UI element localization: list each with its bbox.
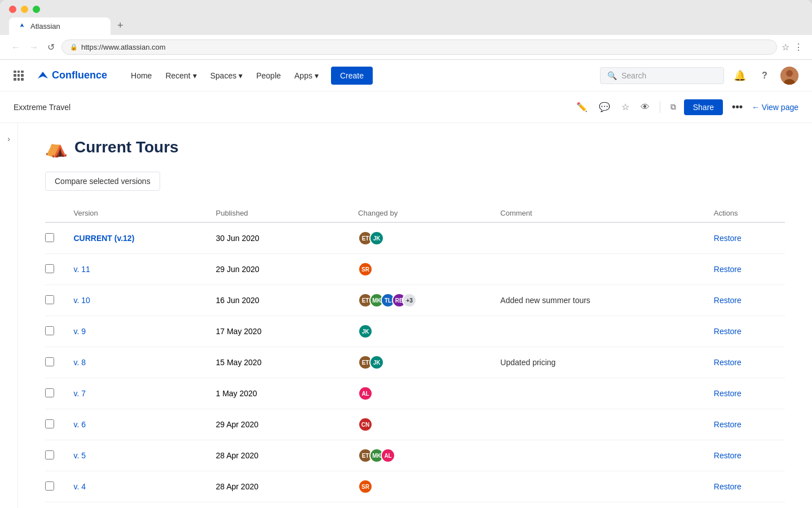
version-link[interactable]: v. 8	[73, 358, 86, 367]
restore-link[interactable]: Restore	[714, 420, 742, 429]
user-avatar[interactable]	[780, 67, 798, 85]
nav-recent[interactable]: Recent ▾	[160, 68, 202, 84]
copy-button[interactable]: ⧉	[667, 99, 679, 115]
comment-cell	[500, 440, 713, 471]
version-link[interactable]: v. 4	[73, 482, 86, 491]
grid-icon[interactable]	[14, 71, 24, 81]
col-header-comment: Comment	[500, 204, 713, 222]
col-header-check	[45, 204, 73, 222]
user-avatar-small[interactable]: JK	[369, 231, 384, 246]
avatars-group: ETJK	[358, 231, 500, 246]
help-button[interactable]: ?	[756, 67, 774, 85]
compare-versions-button[interactable]: Compare selected versions	[45, 172, 160, 191]
browser-window: Atlassian + ← → ↺ 🔒 https://www.atlassia…	[0, 0, 812, 508]
user-avatar-small[interactable]: CN	[358, 417, 373, 432]
search-icon: 🔍	[607, 71, 617, 80]
version-link[interactable]: v. 11	[73, 265, 90, 274]
nav-links: Home Recent ▾ Spaces ▾ People Apps ▾ Cre…	[125, 67, 373, 85]
restore-link[interactable]: Restore	[714, 296, 742, 305]
create-button[interactable]: Create	[331, 67, 373, 85]
published-date: 29 Apr 2020	[216, 409, 358, 440]
user-avatar-small[interactable]: AL	[358, 386, 373, 401]
user-avatar-small[interactable]: SR	[358, 262, 373, 277]
table-row: v. 1129 Jun 2020SRRestore	[45, 254, 785, 285]
page-emoji: ⛺	[45, 137, 68, 158]
search-bar[interactable]: 🔍 Search	[600, 67, 724, 84]
avatars-group: ETMKAL	[358, 448, 500, 463]
row-checkbox[interactable]	[45, 450, 54, 459]
published-date: 29 Jun 2020	[216, 254, 358, 285]
version-link[interactable]: v. 10	[73, 296, 90, 305]
table-row: v. 815 May 2020ETJKUpdated pricingRestor…	[45, 347, 785, 378]
toolbar-actions: ☆ ⋮	[782, 42, 803, 52]
published-date: 30 Jun 2020	[216, 222, 358, 254]
version-link[interactable]: v. 7	[73, 389, 86, 398]
avatars-group: JK	[358, 324, 500, 339]
more-button[interactable]: •••	[727, 99, 747, 115]
copy-icon: ⧉	[670, 102, 676, 112]
breadcrumb: Exxtreme Travel	[14, 103, 70, 112]
nav-home[interactable]: Home	[125, 68, 157, 84]
confluence-logo[interactable]: Confluence	[37, 69, 107, 81]
bookmark-icon[interactable]: ☆	[782, 42, 789, 52]
row-checkbox[interactable]	[45, 264, 54, 273]
nav-apps[interactable]: Apps ▾	[289, 68, 324, 84]
menu-icon[interactable]: ⋮	[794, 42, 803, 52]
restore-link[interactable]: Restore	[714, 265, 742, 274]
user-avatar-small[interactable]: AL	[381, 448, 395, 463]
back-button[interactable]: ←	[9, 40, 23, 55]
restore-link[interactable]: Restore	[714, 234, 742, 243]
edit-button[interactable]: ✏️	[573, 98, 591, 116]
minimize-dot[interactable]	[21, 6, 28, 13]
window-controls	[9, 6, 803, 13]
page-title-text: Current Tours	[74, 138, 179, 156]
published-date: 17 May 2020	[216, 316, 358, 347]
comment-icon: 💬	[599, 102, 610, 112]
active-tab[interactable]: Atlassian	[9, 17, 111, 35]
watch-button[interactable]: 👁	[637, 99, 653, 116]
restore-link[interactable]: Restore	[714, 482, 742, 491]
edit-icon: ✏️	[576, 102, 588, 112]
maximize-dot[interactable]	[33, 6, 40, 13]
reload-button[interactable]: ↺	[45, 40, 57, 55]
row-checkbox[interactable]	[45, 357, 54, 366]
share-button[interactable]: Share	[684, 99, 723, 115]
nav-spaces[interactable]: Spaces ▾	[205, 68, 249, 84]
version-link[interactable]: v. 9	[73, 327, 86, 336]
version-link[interactable]: CURRENT (v.12)	[73, 234, 134, 243]
toggle-sidebar-button[interactable]: ›	[5, 132, 12, 146]
restore-link[interactable]: Restore	[714, 327, 742, 336]
row-checkbox[interactable]	[45, 326, 54, 335]
row-checkbox[interactable]	[45, 388, 54, 397]
row-checkbox[interactable]	[45, 419, 54, 428]
row-checkbox[interactable]	[45, 481, 54, 491]
comment-cell: Added new summer tours	[500, 285, 713, 316]
user-avatar-small[interactable]: JK	[358, 324, 373, 339]
forward-button[interactable]: →	[27, 40, 41, 55]
view-page-link[interactable]: ← View page	[752, 103, 798, 112]
comment-cell	[500, 316, 713, 347]
svg-marker-0	[20, 23, 24, 27]
restore-link[interactable]: Restore	[714, 389, 742, 398]
close-dot[interactable]	[9, 6, 16, 13]
published-date: 28 Apr 2020	[216, 440, 358, 471]
table-row: v. 1016 Jun 2020ETMKTLRB+3Added new summ…	[45, 285, 785, 316]
svg-point-2	[786, 70, 793, 77]
restore-link[interactable]: Restore	[714, 358, 742, 367]
user-avatar-small[interactable]: SR	[358, 479, 373, 494]
avatars-group: SR	[358, 262, 500, 277]
notifications-button[interactable]: 🔔	[731, 67, 749, 85]
restore-link[interactable]: Restore	[714, 451, 742, 460]
version-link[interactable]: v. 5	[73, 451, 86, 460]
nav-people[interactable]: People	[250, 68, 286, 84]
user-avatar-small[interactable]: JK	[369, 355, 384, 370]
comment-button[interactable]: 💬	[595, 98, 614, 116]
star-button[interactable]: ☆	[618, 98, 633, 116]
address-bar[interactable]: 🔒 https://www.atlassian.com	[61, 40, 777, 55]
version-link[interactable]: v. 6	[73, 420, 86, 429]
row-checkbox[interactable]	[45, 295, 54, 304]
browser-toolbar: ← → ↺ 🔒 https://www.atlassian.com ☆ ⋮	[0, 35, 812, 60]
row-checkbox[interactable]	[45, 233, 54, 242]
avatar-image	[780, 67, 798, 85]
new-tab-button[interactable]: +	[113, 17, 128, 34]
